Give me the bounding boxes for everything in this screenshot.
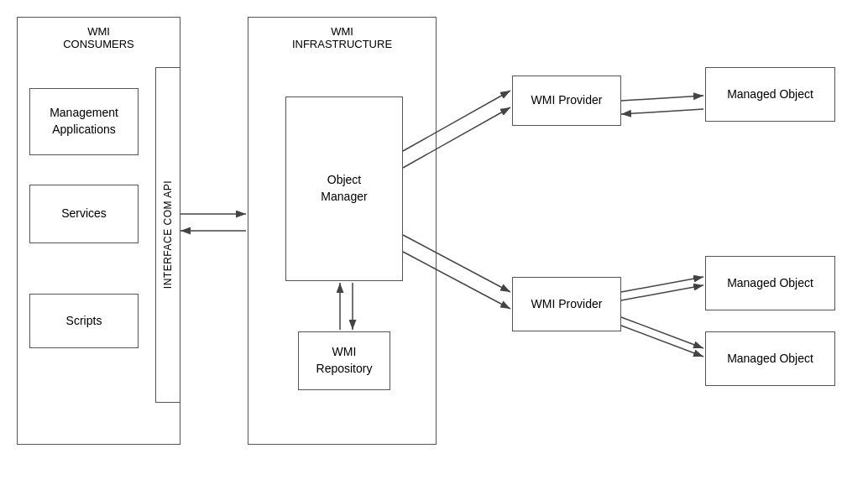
infra-title-line2: INFRASTRUCTURE — [292, 38, 392, 50]
arrow-managed-top-to-provider-top — [621, 109, 703, 114]
infra-title-line1: WMI — [331, 25, 353, 38]
arrow-provider-bot-to-managed-bot1-1 — [621, 277, 703, 292]
managed-obj-bottom2-label: Managed Object — [727, 351, 813, 368]
consumers-title-line2: CONSUMERS — [63, 38, 134, 50]
arrow-provider-top-to-managed-top — [621, 96, 703, 101]
arrow-provider-bot-to-managed-bot1-2 — [621, 285, 703, 300]
managed-obj-bottom1-label: Managed Object — [727, 275, 813, 292]
infra-title: WMI INFRASTRUCTURE — [248, 25, 437, 50]
services-box: Services — [29, 185, 139, 243]
wmi-provider-top-label: WMI Provider — [531, 92, 603, 109]
wmi-provider-top-box: WMI Provider — [512, 76, 621, 126]
managed-obj-bottom2-box: Managed Object — [705, 331, 835, 386]
wmi-provider-bottom-label: WMI Provider — [531, 296, 603, 313]
scripts-box: Scripts — [29, 294, 139, 348]
interface-bar: INTERFACE COM API — [155, 67, 180, 403]
wmi-provider-bottom-box: WMI Provider — [512, 277, 621, 331]
arrow-provider-bot-to-managed-bot2-2 — [621, 326, 703, 357]
interface-label: INTERFACE COM API — [162, 180, 174, 289]
consumers-title-line1: WMI — [87, 25, 110, 38]
wmi-repository-label: WMI Repository — [316, 344, 373, 377]
managed-obj-top-box: Managed Object — [705, 67, 835, 122]
services-label: Services — [61, 206, 107, 222]
managed-obj-bottom1-box: Managed Object — [705, 256, 835, 310]
managed-obj-top-label: Managed Object — [727, 86, 813, 103]
wmi-repository-box: WMI Repository — [298, 331, 390, 390]
scripts-label: Scripts — [66, 313, 102, 330]
mgmt-apps-label: Management Applications — [50, 105, 118, 138]
arrow-provider-bot-to-managed-bot2-1 — [621, 317, 703, 348]
consumers-title: WMI CONSUMERS — [17, 25, 180, 50]
diagram-container: WMI CONSUMERS Management Applications Se… — [0, 0, 868, 485]
mgmt-apps-box: Management Applications — [29, 88, 139, 155]
object-manager-box: Object Manager — [285, 96, 403, 281]
object-manager-label: Object Manager — [321, 172, 367, 205]
